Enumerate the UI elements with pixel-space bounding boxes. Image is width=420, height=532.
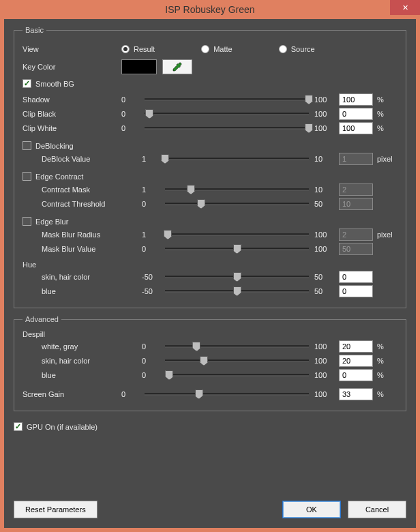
- clip-black-slider[interactable]: [145, 108, 309, 120]
- gpu-checkbox[interactable]: [14, 422, 22, 431]
- clip-white-max: 100: [314, 124, 335, 132]
- clip-white-label: Clip White: [22, 124, 121, 132]
- radio-icon: [121, 45, 130, 53]
- screen-gain-slider[interactable]: [145, 388, 309, 400]
- contract-threshold-input[interactable]: [339, 198, 373, 210]
- mask-blur-radius-slider[interactable]: [165, 228, 309, 241]
- mask-blur-value-slider[interactable]: [165, 243, 309, 255]
- close-button[interactable]: ✕: [390, 0, 420, 15]
- contract-mask-slider[interactable]: [165, 183, 309, 196]
- deblock-value-input[interactable]: [339, 153, 373, 165]
- contract-mask-input[interactable]: [339, 183, 373, 196]
- view-label: View: [22, 45, 121, 53]
- hue-blue-slider[interactable]: [165, 285, 309, 297]
- contract-threshold-min: 0: [142, 200, 162, 208]
- eyedropper-icon: [172, 61, 183, 72]
- button-bar: Reset Parameters OK Cancel: [14, 492, 406, 518]
- despill-skin-label: skin, hair color: [22, 357, 142, 365]
- mask-blur-radius-input[interactable]: [339, 228, 373, 241]
- mask-blur-value-input[interactable]: [339, 243, 373, 255]
- contract-mask-label: Contract Mask: [22, 186, 142, 194]
- clip-white-slider[interactable]: [145, 122, 309, 134]
- view-radio-matte[interactable]: Matte: [201, 45, 232, 53]
- despill-skin-unit: %: [377, 357, 397, 365]
- hue-skin-label: skin, hair color: [22, 273, 142, 281]
- hue-skin-input[interactable]: [339, 271, 373, 283]
- mask-blur-value-min: 0: [142, 245, 162, 253]
- contract-mask-min: 1: [142, 186, 162, 194]
- view-radio-source[interactable]: Source: [279, 45, 315, 53]
- despill-skin-min: 0: [142, 357, 162, 365]
- deblock-value-unit: pixel: [377, 155, 397, 163]
- shadow-slider[interactable]: [145, 93, 309, 106]
- contract-threshold-slider[interactable]: [165, 198, 309, 210]
- hue-label: Hue: [22, 261, 397, 269]
- despill-white-min: 0: [142, 342, 162, 351]
- hue-skin-slider[interactable]: [165, 271, 309, 283]
- basic-group: Basic View Result Matte Source: [14, 26, 406, 308]
- mask-blur-value-max: 100: [314, 245, 335, 253]
- deblock-value-slider[interactable]: [165, 153, 309, 165]
- screen-gain-input[interactable]: [339, 388, 373, 400]
- clip-white-input[interactable]: [339, 122, 373, 134]
- despill-blue-slider[interactable]: [165, 369, 309, 381]
- clip-black-max: 100: [314, 110, 335, 118]
- despill-white-slider[interactable]: [165, 340, 309, 353]
- eyedropper-button[interactable]: [162, 59, 192, 74]
- smooth-bg-label: Smooth BG: [35, 80, 74, 88]
- despill-blue-label: blue: [22, 371, 142, 379]
- view-radio-result[interactable]: Result: [121, 45, 155, 53]
- despill-white-unit: %: [377, 342, 397, 351]
- window-title: ISP Robuskey Green: [0, 4, 420, 15]
- clip-black-unit: %: [377, 110, 397, 118]
- screen-gain-unit: %: [377, 390, 397, 398]
- basic-legend: Basic: [22, 26, 46, 34]
- deblocking-label: DeBlocking: [35, 142, 74, 150]
- radio-icon: [201, 45, 209, 53]
- hue-skin-max: 50: [314, 273, 335, 281]
- mask-blur-radius-label: Mask Blur Radius: [22, 231, 142, 239]
- ok-button[interactable]: OK: [282, 501, 341, 518]
- clip-black-min: 0: [121, 110, 142, 118]
- radio-label: Source: [291, 45, 315, 53]
- smooth-bg-checkbox[interactable]: [22, 79, 31, 88]
- advanced-group: Advanced Despill white, gray 0 100 % ski…: [14, 315, 406, 411]
- mask-blur-radius-max: 100: [314, 231, 335, 239]
- edge-blur-checkbox[interactable]: [22, 217, 31, 226]
- radio-label: Matte: [213, 45, 232, 53]
- contract-threshold-max: 50: [314, 200, 335, 208]
- despill-label: Despill: [22, 330, 397, 338]
- despill-white-label: white, gray: [22, 342, 142, 351]
- despill-white-input[interactable]: [339, 340, 373, 353]
- edge-contract-checkbox[interactable]: [22, 172, 31, 181]
- despill-blue-input[interactable]: [339, 369, 373, 381]
- dialog-content: Basic View Result Matte Source: [4, 19, 416, 528]
- despill-blue-unit: %: [377, 371, 397, 379]
- key-color-swatch[interactable]: [121, 59, 157, 74]
- titlebar: ISP Robuskey Green ✕: [0, 0, 420, 19]
- hue-blue-input[interactable]: [339, 285, 373, 297]
- reset-button[interactable]: Reset Parameters: [14, 501, 97, 518]
- radio-icon: [279, 45, 287, 53]
- deblocking-checkbox[interactable]: [22, 141, 31, 150]
- key-color-label: Key Color: [22, 63, 121, 71]
- despill-skin-input[interactable]: [339, 355, 373, 367]
- despill-skin-slider[interactable]: [165, 355, 309, 367]
- deblock-value-label: DeBlock Value: [22, 155, 142, 163]
- shadow-input[interactable]: [339, 93, 373, 106]
- shadow-label: Shadow: [22, 95, 121, 104]
- shadow-max: 100: [314, 95, 335, 104]
- clip-black-input[interactable]: [339, 108, 373, 120]
- mask-blur-radius-unit: pixel: [377, 231, 397, 239]
- screen-gain-max: 100: [314, 390, 335, 398]
- cancel-button[interactable]: Cancel: [348, 501, 406, 518]
- hue-blue-max: 50: [314, 287, 335, 295]
- despill-skin-max: 100: [314, 357, 335, 365]
- edge-contract-label: Edge Contract: [35, 173, 83, 181]
- edge-blur-label: Edge Blur: [35, 218, 68, 226]
- despill-white-max: 100: [314, 342, 335, 351]
- screen-gain-label: Screen Gain: [22, 390, 121, 398]
- radio-label: Result: [134, 45, 155, 53]
- advanced-legend: Advanced: [22, 315, 61, 323]
- hue-blue-min: -50: [142, 287, 162, 295]
